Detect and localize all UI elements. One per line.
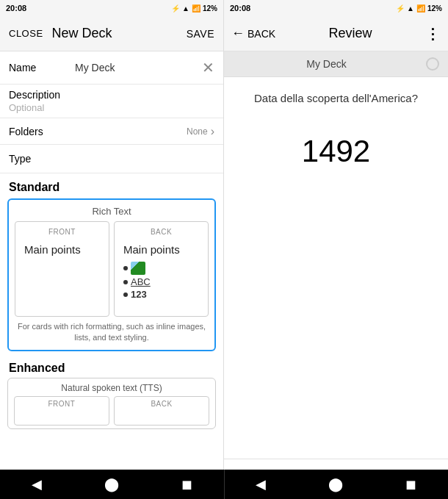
wifi-icon-right: ▲ [407,4,414,12]
tts-faces: FRONT BACK [14,396,209,426]
num-text: 123 [131,289,147,300]
back-bullet-abc: ABC [123,276,202,287]
left-panel: CLOSE New Deck SAVE Name My Deck ✕ Descr… [0,16,224,499]
type-row: Type [0,145,223,173]
nav-home-left[interactable]: ⬤ [104,476,119,492]
left-toolbar: CLOSE New Deck SAVE [0,16,223,51]
tts-back-label: BACK [118,400,206,408]
more-options-button[interactable]: ⋮ [425,25,441,43]
nav-back-left[interactable]: ◀ [32,476,42,492]
back-label: BACK [248,28,275,40]
tts-back: BACK [114,396,209,426]
back-arrow-icon: ← [231,26,245,41]
bullet-dot-2 [123,280,128,284]
status-bar-left: 20:08 ⚡ ▲ 📶 12% [0,0,224,16]
battery-right: 12% [427,4,442,12]
close-button[interactable]: CLOSE [9,28,43,39]
back-bullet-list: ABC 123 [120,262,202,301]
bottom-nav-left: ◀ ⬤ ◼ [0,470,224,499]
rich-text-description: For cards with rich formatting, such as … [15,321,209,344]
card-faces: FRONT Main points BACK Main points [15,221,209,317]
description-row: Description Optional [0,85,223,118]
signal-icon: 📶 [192,4,200,12]
folders-chevron-icon: › [211,125,214,138]
bottom-nav-right: ◀ ⬤ ◼ [225,470,449,499]
wifi-icon: ▲ [182,4,189,12]
status-bars: 20:08 ⚡ ▲ 📶 12% 20:08 ⚡ ▲ 📶 12% [0,0,448,16]
review-question: Data della scoperta dell'America? [233,92,439,104]
back-label: BACK [120,228,202,236]
back-bullet-img [123,262,202,275]
nav-recent-right[interactable]: ◼ [405,476,416,492]
standard-section-header: Standard [0,173,223,198]
back-bullet-num: 123 [123,289,202,300]
right-toolbar: ← BACK Review ⋮ [224,16,448,51]
main-panels: CLOSE New Deck SAVE Name My Deck ✕ Descr… [0,16,448,499]
status-icons-right: ⚡ ▲ 📶 12% [396,4,442,12]
status-bar-right: 20:08 ⚡ ▲ 📶 12% [224,0,448,16]
bluetooth-icon: ⚡ [171,4,180,12]
folders-none: None [187,126,208,137]
deck-title: New Deck [52,26,187,41]
folders-value-area: None › [187,125,214,138]
tts-front-label: FRONT [18,400,106,408]
review-answer: 1492 [302,134,370,169]
name-row: Name My Deck ✕ [0,51,223,85]
time-right: 20:08 [230,4,250,12]
image-icon [131,262,145,275]
save-button[interactable]: SAVE [187,28,214,40]
folders-row[interactable]: Folders None › [0,118,223,145]
rich-text-title: Rich Text [15,206,209,217]
bottom-bars: ◀ ⬤ ◼ ◀ ⬤ ◼ [0,470,448,499]
rich-text-card-type[interactable]: Rich Text FRONT Main points BACK Main po… [7,198,216,351]
time-left: 20:08 [6,4,26,12]
abc-text: ABC [131,276,151,287]
battery-left: 12% [203,4,217,12]
right-panel: ← BACK Review ⋮ My Deck Data della scope… [224,16,448,499]
bt-icon-right: ⚡ [396,4,405,12]
type-label: Type [9,153,31,165]
name-value[interactable]: My Deck [75,62,202,73]
front-content: Main points [21,239,103,260]
tts-card-type[interactable]: Natural spoken text (TTS) FRONT BACK [7,378,216,429]
status-icons-left: ⚡ ▲ 📶 12% [171,4,217,12]
name-label: Name [9,62,75,73]
description-label: Description [9,89,60,101]
review-deck-name: My Deck [233,58,420,70]
review-deck-bar: My Deck [224,51,448,77]
card-front: FRONT Main points [15,221,109,317]
left-scroll-area: Name My Deck ✕ Description Optional Fold… [0,51,223,499]
description-placeholder[interactable]: Optional [9,102,44,113]
progress-circle [426,57,439,71]
card-back: BACK Main points ABC [114,221,209,317]
signal-icon-right: 📶 [416,4,425,12]
enhanced-section-header: Enhanced [0,357,223,378]
nav-recent-left[interactable]: ◼ [181,476,192,492]
nav-home-right[interactable]: ⬤ [328,476,343,492]
bullet-dot-1 [123,266,128,270]
tts-title: Natural spoken text (TTS) [14,383,209,393]
folders-label: Folders [9,126,187,137]
back-main-text: Main points [120,240,202,260]
review-main: Data della scoperta dell'America? 1492 [224,77,448,459]
back-button[interactable]: ← BACK [231,26,275,41]
name-clear-button[interactable]: ✕ [202,59,214,76]
nav-back-right[interactable]: ◀ [256,476,266,492]
bullet-dot-3 [123,292,128,297]
review-title: Review [275,26,425,41]
tts-front: FRONT [14,396,109,426]
front-label: FRONT [21,228,103,236]
